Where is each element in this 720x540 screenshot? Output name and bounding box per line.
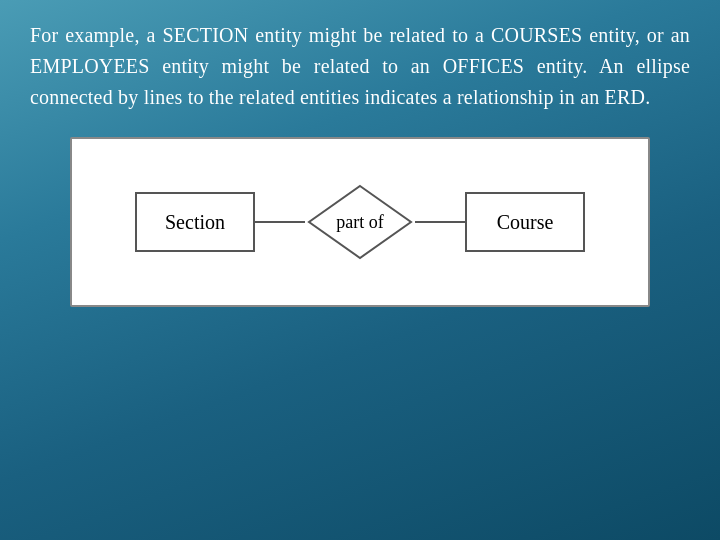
slide-content: For example, a SECTION entity might be r… [30,20,690,307]
entity-section-label: Section [165,211,225,234]
erd-diagram-container: Section part of Course [70,137,650,307]
entity-course: Course [465,192,585,252]
relationship-diamond: part of [305,182,415,262]
relationship-label: part of [336,212,383,233]
entity-course-label: Course [497,211,554,234]
entity-section: Section [135,192,255,252]
connector-right [415,221,465,223]
description-paragraph: For example, a SECTION entity might be r… [30,20,690,113]
connector-left [255,221,305,223]
erd-diagram: Section part of Course [72,139,648,305]
